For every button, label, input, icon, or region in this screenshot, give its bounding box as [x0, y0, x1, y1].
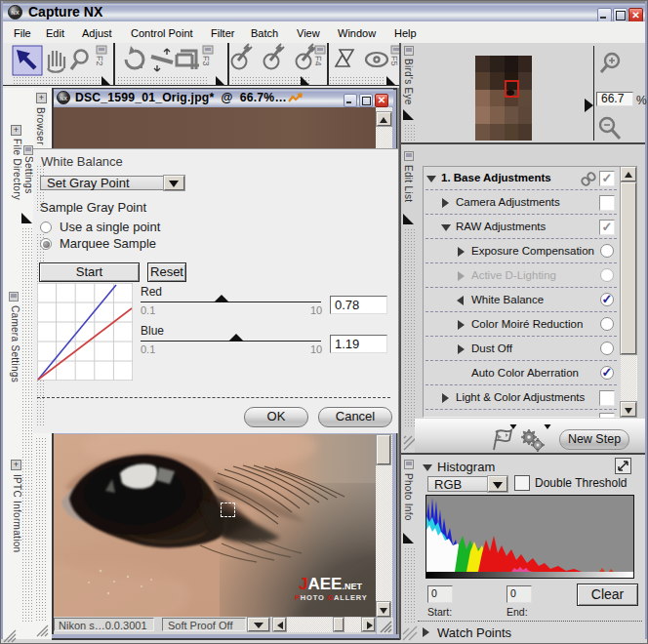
- svg-text:NX: NX: [60, 96, 67, 101]
- svg-text:NX: NX: [11, 10, 19, 16]
